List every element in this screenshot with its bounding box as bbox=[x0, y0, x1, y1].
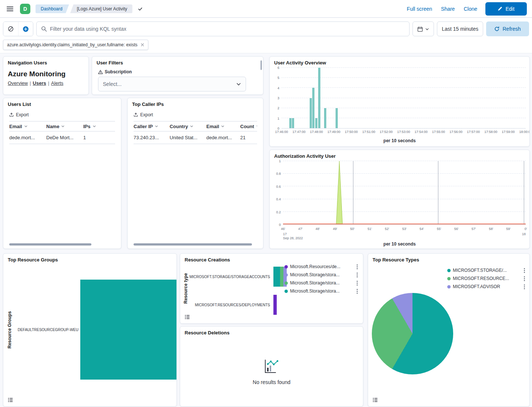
chevron-down-icon bbox=[425, 27, 429, 31]
bar-17:48:10[interactable] bbox=[318, 68, 320, 128]
table-row[interactable]: 73.240.23...United Stat...dede.mort...21 bbox=[134, 131, 257, 144]
panel-title: Top Resource Types bbox=[368, 254, 529, 263]
kql-input[interactable] bbox=[50, 26, 405, 32]
vertical-scrollbar[interactable] bbox=[260, 60, 262, 70]
legend-options-icon[interactable] bbox=[357, 264, 358, 269]
legend-item[interactable]: Microsoft.Storage/stora... bbox=[284, 287, 358, 295]
table-row[interactable]: dede.mort...DeDe Mort...1 bbox=[9, 131, 115, 144]
x-axis-tick: 51' bbox=[367, 227, 372, 231]
date-picker-button[interactable] bbox=[413, 21, 434, 36]
column-header-count[interactable]: Count bbox=[240, 124, 257, 129]
legend-item[interactable]: Microsoft.Storage/stora... bbox=[284, 279, 358, 287]
edit-button[interactable]: Edit bbox=[485, 2, 527, 16]
empty-chart-icon bbox=[263, 359, 280, 374]
clone-link[interactable]: Clone bbox=[464, 6, 477, 12]
panel-title: Top Resource Groups bbox=[3, 254, 176, 263]
category-label: DEFAULTRESOURCEGROUP-WEU bbox=[14, 328, 80, 332]
legend-label: MICROSOFT.RESOURCE... bbox=[453, 276, 519, 281]
bar-17:47:50[interactable] bbox=[312, 88, 314, 128]
full-screen-link[interactable]: Full screen bbox=[407, 6, 432, 12]
uao-plot[interactable] bbox=[282, 68, 526, 129]
column-header-country[interactable]: Country bbox=[169, 124, 206, 129]
legend-color-dot bbox=[447, 269, 451, 272]
x-axis-tick: 56' bbox=[454, 227, 459, 231]
bar-17:46:40[interactable] bbox=[292, 118, 294, 128]
menu-button[interactable] bbox=[5, 4, 15, 14]
users-list-table: EmailNameIPsdede.mort...DeDe Mort...1 bbox=[9, 121, 115, 144]
bar-segment[interactable] bbox=[273, 295, 277, 315]
x-axis-tick: 17:55:00 bbox=[432, 130, 445, 134]
share-link[interactable]: Share bbox=[441, 6, 455, 12]
legend-options-icon[interactable] bbox=[524, 276, 525, 281]
bar-17:48:30[interactable] bbox=[324, 108, 326, 128]
nav-link-users[interactable]: Users bbox=[33, 80, 46, 86]
column-header-email[interactable]: Email bbox=[9, 124, 46, 129]
time-range-button[interactable]: Last 15 minutes bbox=[437, 21, 483, 36]
x-axis-tick: 17:46:00 bbox=[275, 130, 288, 134]
legend-item[interactable]: MICROSOFT.STORAGE/... bbox=[447, 266, 525, 274]
bar-17:49:10[interactable] bbox=[336, 108, 338, 128]
bar-17:46:30[interactable] bbox=[289, 118, 292, 128]
column-header-email[interactable]: Email bbox=[206, 124, 240, 129]
close-icon[interactable] bbox=[141, 43, 144, 47]
subscription-select[interactable]: Select... bbox=[98, 77, 246, 91]
legend-options-icon[interactable] bbox=[357, 273, 358, 277]
add-filter-button[interactable] bbox=[18, 22, 33, 36]
horizontal-scrollbar[interactable] bbox=[134, 243, 252, 246]
calendar-icon bbox=[417, 26, 423, 32]
bar-17:48:00[interactable] bbox=[315, 118, 317, 128]
category-label: MICROSOFT.RESOURCES/DEPLOYMENTS bbox=[189, 303, 273, 307]
y-axis-tick: 6 bbox=[277, 66, 279, 70]
horizontal-scrollbar[interactable] bbox=[9, 243, 91, 246]
legend-toggle-button[interactable] bbox=[184, 314, 191, 320]
legend-item[interactable]: Microsoft.Resources/de... bbox=[284, 263, 358, 271]
bar-17:47:40[interactable] bbox=[310, 98, 312, 129]
breadcrumb-dashboard[interactable]: Dashboard bbox=[36, 4, 69, 13]
bar-segment[interactable] bbox=[273, 267, 280, 287]
panel-title: Navigation Users bbox=[3, 57, 88, 66]
legend-item[interactable]: Microsoft.Storage/stora... bbox=[284, 271, 358, 279]
search-box bbox=[36, 21, 410, 36]
legend-label: Microsoft.Storage/stora... bbox=[290, 280, 351, 286]
table-cell: dede.mort... bbox=[206, 135, 240, 140]
legend-toggle-button[interactable] bbox=[372, 397, 378, 403]
export-button[interactable]: Export bbox=[134, 112, 153, 117]
chevron-down-icon bbox=[236, 81, 241, 87]
column-header-name[interactable]: Name bbox=[46, 124, 83, 129]
legend-options-icon[interactable] bbox=[524, 284, 525, 289]
empty-message: No results found bbox=[253, 379, 290, 385]
user-activity-chart: 0123456 bbox=[273, 68, 526, 129]
export-button[interactable]: Export bbox=[9, 112, 29, 117]
column-header-caller-ip[interactable]: Caller IP bbox=[134, 124, 169, 129]
area-spike[interactable] bbox=[336, 161, 343, 224]
chart-unit-label: per 10 seconds bbox=[270, 241, 529, 247]
nav-link-overview[interactable]: Overview bbox=[8, 80, 28, 86]
pie-chart[interactable] bbox=[372, 293, 453, 374]
legend-options-icon[interactable] bbox=[524, 268, 525, 273]
panel-title: Authorization Activity User bbox=[270, 150, 529, 159]
space-avatar[interactable]: D bbox=[20, 4, 30, 14]
breadcrumb-current-dashboard[interactable]: [Logs Azure] User Activity bbox=[70, 4, 132, 13]
legend-item[interactable]: MICROSOFT.RESOURCE... bbox=[447, 274, 525, 283]
markdown-heading: Azure Monitoring bbox=[8, 70, 84, 78]
bar-defaultresourcegroup-weu[interactable] bbox=[80, 280, 176, 380]
bar-segment[interactable] bbox=[280, 267, 283, 287]
column-header-ips[interactable]: IPs bbox=[83, 124, 115, 129]
refresh-button[interactable]: Refresh bbox=[486, 21, 529, 36]
dashboard-page: D Dashboard [Logs Azure] User Activity F… bbox=[0, 0, 532, 407]
legend-options-icon[interactable] bbox=[357, 281, 358, 286]
filter-pill[interactable]: azure.activitylogs.identity.claims_initi… bbox=[3, 40, 148, 50]
legend-options-icon[interactable] bbox=[357, 289, 358, 294]
filters-menu-button[interactable] bbox=[3, 22, 18, 36]
x-axis-tick: 18:00:00 bbox=[519, 130, 530, 134]
legend-label: Microsoft.Storage/stora... bbox=[290, 272, 351, 277]
nav-link-alerts[interactable]: Alerts bbox=[51, 80, 63, 86]
x-axis-tick: 52' bbox=[385, 227, 389, 231]
export-button-label: Export bbox=[16, 112, 29, 117]
legend-item[interactable]: MICROSOFT.ADVISOR bbox=[447, 283, 525, 291]
auth-plot[interactable] bbox=[283, 161, 526, 225]
panel-user-filters: User Filters Subscription Select... bbox=[92, 56, 263, 95]
legend-toggle-button[interactable] bbox=[7, 397, 14, 403]
uao-xaxis: 17:46:0017:47:0017:48:0017:49:0017:50:00… bbox=[282, 130, 526, 134]
sort-chevron-icon bbox=[221, 124, 225, 128]
